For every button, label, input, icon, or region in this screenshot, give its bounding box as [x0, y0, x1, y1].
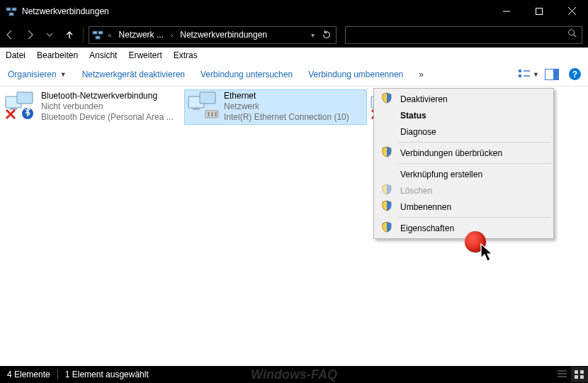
- window-icon: [6, 6, 17, 17]
- breadcrumb-root-chevron[interactable]: «: [105, 31, 115, 39]
- menu-advanced[interactable]: Erweitert: [123, 48, 167, 62]
- ctx-properties[interactable]: Eigenschaften: [375, 220, 552, 236]
- shield-icon: [381, 92, 392, 106]
- ctx-separator: [399, 217, 551, 218]
- ctx-status[interactable]: Status: [375, 107, 552, 123]
- svg-rect-28: [208, 112, 210, 116]
- svg-rect-30: [215, 112, 217, 116]
- network-item-bluetooth[interactable]: Bluetooth-Netzwerkverbindung Nicht verbu…: [1, 89, 184, 125]
- svg-rect-23: [553, 69, 559, 79]
- breadcrumb-level2[interactable]: Netzwerkverbindungen: [176, 27, 271, 43]
- ctx-rename[interactable]: Umbenennen: [375, 199, 552, 215]
- svg-rect-19: [519, 74, 521, 77]
- svg-rect-40: [575, 370, 578, 374]
- shield-icon: [381, 184, 392, 197]
- bluetooth-adapter-icon: [4, 91, 38, 122]
- svg-rect-29: [211, 112, 213, 116]
- svg-rect-7: [12, 8, 16, 11]
- status-selected: 1 Element ausgewählt: [58, 370, 156, 379]
- maximize-button[interactable]: [523, 0, 555, 22]
- minimize-button[interactable]: [490, 0, 523, 22]
- cmd-disable-device[interactable]: Netzwerkgerät deaktivieren: [74, 62, 193, 86]
- svg-rect-18: [519, 70, 521, 72]
- ctx-disable[interactable]: Deaktivieren: [375, 91, 552, 107]
- cmd-rename[interactable]: Verbindung umbenennen: [300, 62, 411, 86]
- cursor-icon: [480, 243, 496, 266]
- item-device: Bluetooth Device (Personal Area ...: [41, 112, 174, 123]
- ethernet-adapter-icon: [187, 91, 221, 122]
- shield-icon: [381, 221, 392, 235]
- back-button[interactable]: [0, 25, 20, 45]
- breadcrumb-level1[interactable]: Netzwerk ...: [115, 27, 168, 43]
- up-button[interactable]: [60, 25, 79, 45]
- nav-bar: « Netzwerk ... › Netzwerkverbindungen ▾: [0, 22, 588, 48]
- svg-line-17: [574, 35, 577, 38]
- close-button[interactable]: [555, 0, 588, 22]
- address-dropdown[interactable]: ▾: [308, 31, 317, 39]
- search-box[interactable]: [345, 26, 582, 44]
- item-name: Bluetooth-Netzwerkverbindung: [41, 91, 174, 101]
- network-item-ethernet[interactable]: Ethernet Netzwerk Intel(R) Ethernet Conn…: [184, 89, 367, 125]
- svg-rect-41: [580, 370, 584, 374]
- context-menu: Deaktivieren Status Diagnose Verbindunge…: [373, 88, 554, 239]
- shield-icon: [381, 200, 392, 213]
- menu-edit[interactable]: Bearbeiten: [31, 48, 84, 62]
- status-bar: Windows-FAQ 4 Elemente 1 Element ausgewä…: [0, 366, 588, 383]
- address-bar[interactable]: « Netzwerk ... › Netzwerkverbindungen ▾: [89, 26, 337, 44]
- svg-rect-42: [575, 375, 578, 379]
- ctx-delete: Löschen: [375, 182, 552, 199]
- svg-rect-14: [98, 31, 103, 34]
- address-icon: [92, 29, 103, 40]
- item-status: Netzwerk: [224, 101, 349, 112]
- details-view-button[interactable]: [554, 367, 571, 382]
- forward-button[interactable]: [20, 25, 40, 45]
- menu-extras[interactable]: Extras: [168, 48, 203, 62]
- ctx-bridge[interactable]: Verbindungen überbrücken: [375, 145, 552, 161]
- refresh-button[interactable]: [317, 30, 336, 40]
- status-count: 4 Elemente: [0, 370, 57, 379]
- ctx-separator: [399, 163, 551, 164]
- preview-pane-button[interactable]: [541, 66, 562, 83]
- view-options-button[interactable]: ▼: [518, 66, 539, 83]
- svg-rect-13: [93, 31, 97, 34]
- menu-view[interactable]: Ansicht: [84, 48, 123, 62]
- help-button[interactable]: ?: [569, 68, 581, 80]
- menu-bar: Datei Bearbeiten Ansicht Erweitert Extra…: [0, 48, 588, 62]
- command-bar: Organisieren▼ Netzwerkgerät deaktivieren…: [0, 62, 588, 87]
- item-status: Nicht verbunden: [41, 101, 174, 112]
- svg-rect-10: [536, 8, 543, 14]
- ctx-separator: [399, 142, 551, 143]
- item-device: Intel(R) Ethernet Connection (10): [224, 112, 349, 123]
- cmd-diagnose[interactable]: Verbindung untersuchen: [193, 62, 300, 86]
- breadcrumb-chevron[interactable]: ›: [168, 31, 176, 39]
- content-area: Bluetooth-Netzwerkverbindung Nicht verbu…: [0, 87, 588, 366]
- nav-separator: [83, 27, 84, 43]
- svg-rect-6: [6, 8, 11, 11]
- shield-icon: [381, 146, 392, 160]
- svg-point-16: [569, 30, 575, 35]
- cmd-overflow[interactable]: »: [411, 62, 431, 86]
- search-icon: [567, 28, 577, 41]
- ctx-diagnose[interactable]: Diagnose: [375, 123, 552, 140]
- item-name: Ethernet: [224, 91, 349, 101]
- svg-rect-8: [9, 13, 13, 16]
- recent-button[interactable]: [40, 25, 60, 45]
- large-icons-view-button[interactable]: [571, 367, 588, 382]
- window-title: Netzwerkverbindungen: [22, 6, 109, 16]
- menu-file[interactable]: Datei: [0, 48, 31, 62]
- svg-rect-43: [580, 375, 584, 379]
- cmd-organize[interactable]: Organisieren▼: [0, 62, 74, 86]
- ctx-create-shortcut[interactable]: Verknüpfung erstellen: [375, 166, 552, 182]
- titlebar: Netzwerkverbindungen: [0, 0, 588, 22]
- svg-rect-15: [96, 36, 100, 39]
